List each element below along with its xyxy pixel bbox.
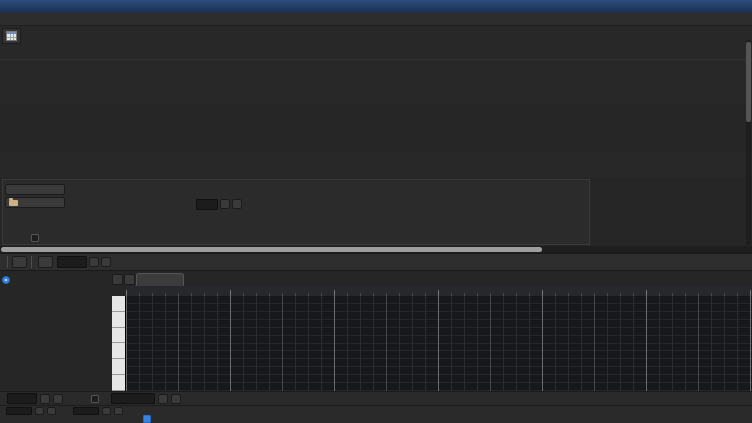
window-titlebar[interactable] — [0, 0, 752, 13]
length-controls — [194, 198, 242, 210]
transport-bar — [0, 391, 752, 405]
opacity-plus-button[interactable] — [101, 257, 111, 267]
loop-left-minus-button[interactable] — [35, 407, 44, 415]
zoom-combo[interactable] — [38, 256, 53, 268]
pattern-editor — [2, 179, 590, 245]
notation-grid[interactable] — [126, 296, 752, 391]
notation-editor — [0, 271, 752, 391]
opacity-spinbutton[interactable] — [57, 256, 87, 268]
kit-combo[interactable] — [5, 184, 65, 195]
position-spinbutton[interactable] — [111, 393, 155, 404]
piano-keyboard[interactable] — [112, 296, 126, 391]
tab-channel-1[interactable] — [136, 273, 184, 286]
tools-menu-combo[interactable] — [12, 256, 27, 268]
loop-left-spinbutton[interactable] — [6, 407, 32, 415]
position-minus-button[interactable] — [158, 394, 168, 404]
machine-toolbar — [0, 26, 752, 45]
loop-range-row — [3, 407, 749, 415]
drum-input-pads — [0, 105, 752, 153]
menubar — [0, 13, 752, 26]
notation-sidebar — [0, 271, 112, 391]
separator — [7, 256, 8, 268]
folder-icon — [9, 200, 18, 206]
machines-horizontal-scrollbar[interactable] — [0, 246, 752, 253]
exclude-row — [3, 415, 749, 423]
length-plus-button[interactable] — [232, 199, 242, 209]
radio-selected-icon — [2, 276, 10, 284]
checkbox-checked-icon — [143, 415, 151, 423]
pattern-loop-checkbox[interactable] — [31, 234, 65, 242]
notation-toolbar — [0, 253, 752, 271]
loop-right-plus-button[interactable] — [114, 407, 123, 415]
tab-next-button[interactable] — [124, 274, 135, 285]
position-plus-button[interactable] — [171, 394, 181, 404]
notation-machine-option[interactable] — [2, 276, 110, 284]
machine-grid-icon — [6, 31, 17, 41]
checkbox-icon — [91, 395, 99, 403]
notation-ruler — [126, 286, 752, 296]
channel-tabbar — [112, 271, 752, 286]
scrollbar-handle[interactable] — [746, 42, 751, 122]
exclude-sequencers-checkbox[interactable] — [143, 415, 154, 423]
output-line-controls — [0, 45, 752, 59]
gsequencer-window — [0, 0, 752, 423]
machines-vertical-scrollbar[interactable] — [746, 40, 751, 245]
machine-header — [0, 59, 752, 71]
length-spinbutton[interactable] — [196, 199, 218, 210]
opacity-minus-button[interactable] — [89, 257, 99, 267]
checkbox-icon — [31, 234, 39, 242]
pattern-bank-column — [71, 182, 188, 242]
kit-column — [5, 182, 65, 242]
bpm-spinbutton[interactable] — [7, 393, 37, 404]
notation-main — [112, 271, 752, 391]
scrollbar-handle[interactable] — [1, 247, 542, 252]
add-machine-button[interactable] — [2, 28, 21, 44]
bpm-minus-button[interactable] — [40, 394, 50, 404]
open-button[interactable] — [5, 197, 65, 208]
loop-left-plus-button[interactable] — [47, 407, 56, 415]
notation-body — [112, 296, 752, 391]
transport-loop-checkbox[interactable] — [91, 395, 102, 403]
loop-bar — [0, 405, 752, 423]
separator — [31, 256, 32, 268]
drum-output-pads — [0, 71, 752, 105]
length-minus-button[interactable] — [220, 199, 230, 209]
pattern-section — [0, 178, 752, 246]
input-line-controls — [0, 153, 752, 178]
loop-right-minus-button[interactable] — [102, 407, 111, 415]
loop-right-spinbutton[interactable] — [73, 407, 99, 415]
bpm-plus-button[interactable] — [53, 394, 63, 404]
tab-prev-button[interactable] — [112, 274, 123, 285]
